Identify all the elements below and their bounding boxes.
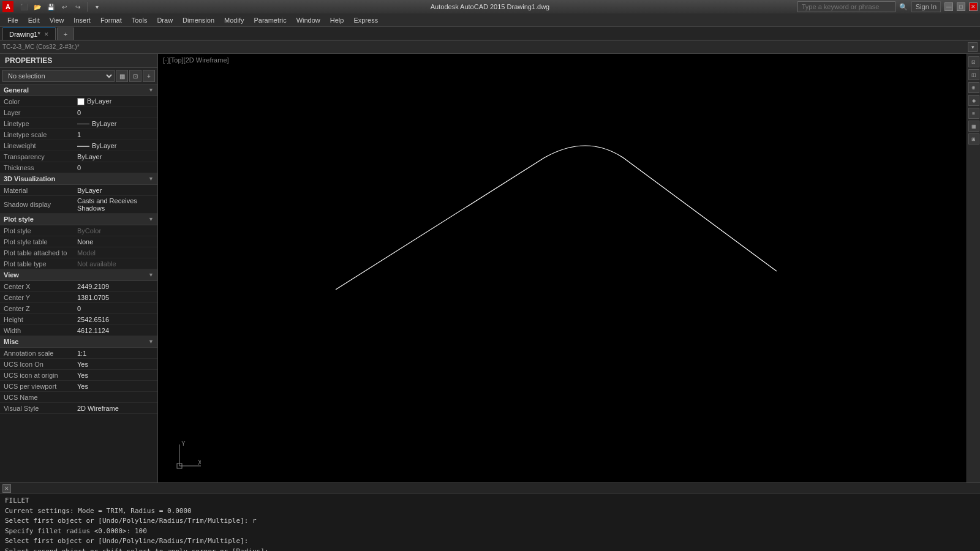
- select-objects-btn[interactable]: ⊡: [129, 70, 141, 82]
- prop-plot-style-table: Plot style table None: [0, 236, 157, 247]
- tab-bar: Drawing1* ✕ +: [0, 27, 980, 40]
- app-logo: A: [2, 1, 13, 12]
- command-line-6: Select second object or shift-select to …: [5, 547, 975, 552]
- prop-plot-table-type: Plot table type Not available: [0, 258, 157, 269]
- command-output: FILLET Current settings: Mode = TRIM, Ra…: [0, 494, 980, 551]
- search-input[interactable]: [797, 1, 895, 12]
- minimize-btn[interactable]: —: [944, 2, 953, 11]
- ribbon-label: TC-2-3_MC (Cos32_2-#3r.)*: [2, 43, 80, 50]
- prop-thickness: Thickness 0: [0, 162, 157, 173]
- quick-access-btn[interactable]: ⬛: [18, 1, 29, 12]
- section-plot-style-arrow: ▼: [148, 216, 154, 222]
- menu-modify[interactable]: Modify: [219, 15, 249, 25]
- tab-new[interactable]: +: [57, 28, 74, 40]
- window-title: Autodesk AutoCAD 2015 Drawing1.dwg: [431, 3, 549, 10]
- section-view[interactable]: View ▼: [0, 269, 157, 281]
- command-line-2: Current settings: Mode = TRIM, Radius = …: [5, 506, 975, 517]
- prop-ucs-per-viewport: UCS per viewport Yes: [0, 381, 157, 392]
- prop-ucs-name: UCS Name: [0, 392, 157, 403]
- prop-center-x: Center X 2449.2109: [0, 281, 157, 292]
- titlebar-right: 🔍 Sign In — □ ✕: [797, 1, 978, 12]
- viewport-header: [-][Top][2D Wireframe]: [163, 56, 229, 64]
- section-misc[interactable]: Misc ▼: [0, 336, 157, 348]
- menu-view[interactable]: View: [45, 15, 69, 25]
- tab-close-icon[interactable]: ✕: [44, 31, 49, 37]
- right-tool-panel: ⊡ ◫ ⊕ ◈ ≡ ▦ ⊞: [967, 54, 980, 482]
- menu-insert[interactable]: Insert: [69, 15, 96, 25]
- right-tool-3[interactable]: ⊕: [968, 82, 979, 93]
- menu-express[interactable]: Express: [349, 15, 383, 25]
- right-tool-1[interactable]: ⊡: [968, 56, 979, 67]
- properties-panel: PROPERTIES No selection ▦ ⊡ + General ▼ …: [0, 54, 158, 482]
- right-tool-4[interactable]: ◈: [968, 95, 979, 106]
- prop-plot-style: Plot style ByColor: [0, 225, 157, 236]
- prop-annotation-scale: Annotation scale 1:1: [0, 348, 157, 359]
- ribbon-bar: TC-2-3_MC (Cos32_2-#3r.)* ▾: [0, 40, 980, 54]
- section-general[interactable]: General ▼: [0, 84, 157, 96]
- save-btn[interactable]: 💾: [45, 1, 56, 12]
- prop-width: Width 4612.1124: [0, 325, 157, 336]
- quick-access-btn2[interactable]: 📂: [32, 1, 43, 12]
- section-view-arrow: ▼: [148, 272, 154, 278]
- tab-label: Drawing1*: [9, 31, 40, 38]
- tab-new-icon: +: [64, 31, 67, 38]
- section-3d-viz-arrow: ▼: [148, 176, 154, 182]
- selection-dropdown[interactable]: No selection: [2, 70, 115, 82]
- right-tool-6[interactable]: ▦: [968, 121, 979, 132]
- prop-color: Color ByLayer: [0, 96, 157, 107]
- prop-plot-table-attached: Plot table attached to Model: [0, 247, 157, 258]
- command-area: ✕ FILLET Current settings: Mode = TRIM, …: [0, 482, 980, 551]
- menu-dimension[interactable]: Dimension: [178, 15, 219, 25]
- prop-linetype-scale: Linetype scale 1: [0, 129, 157, 140]
- prop-center-z: Center Z 0: [0, 303, 157, 314]
- command-close-btn[interactable]: ✕: [2, 484, 11, 493]
- menu-tools[interactable]: Tools: [127, 15, 153, 25]
- section-misc-label: Misc: [4, 338, 18, 345]
- prop-transparency: Transparency ByLayer: [0, 151, 157, 162]
- right-tool-7[interactable]: ⊞: [968, 133, 979, 144]
- quick-select-btn[interactable]: ▦: [116, 70, 128, 82]
- section-3d-viz[interactable]: 3D Visualization ▼: [0, 173, 157, 185]
- menu-file[interactable]: File: [2, 15, 23, 25]
- sign-in-btn[interactable]: Sign In: [911, 1, 941, 12]
- svg-text:X: X: [198, 459, 201, 466]
- prop-visual-style: Visual Style 2D Wireframe: [0, 403, 157, 414]
- menu-format[interactable]: Format: [96, 15, 127, 25]
- toggle-pickadd-btn[interactable]: +: [143, 70, 155, 82]
- more-tools-btn[interactable]: ▾: [91, 1, 102, 12]
- menu-parametric[interactable]: Parametric: [249, 15, 291, 25]
- section-plot-style-label: Plot style: [4, 216, 34, 223]
- section-misc-arrow: ▼: [148, 339, 154, 345]
- properties-title: PROPERTIES: [0, 54, 157, 68]
- prop-lineweight: Lineweight ByLayer: [0, 140, 157, 151]
- command-line-1: FILLET: [5, 496, 975, 506]
- right-tool-5[interactable]: ≡: [968, 108, 979, 119]
- menu-window[interactable]: Window: [292, 15, 325, 25]
- undo-btn[interactable]: ↩: [59, 1, 70, 12]
- maximize-btn[interactable]: □: [957, 2, 965, 11]
- redo-btn[interactable]: ↪: [72, 1, 83, 12]
- prop-layer: Layer 0: [0, 107, 157, 118]
- prop-ucs-icon-on: UCS Icon On Yes: [0, 359, 157, 370]
- tab-drawing1[interactable]: Drawing1* ✕: [2, 28, 56, 40]
- viewport[interactable]: [-][Top][2D Wireframe] Y X: [158, 54, 967, 482]
- menu-edit[interactable]: Edit: [23, 15, 45, 25]
- command-line-4: Specify fillet radius <0.0000>: 100: [5, 527, 975, 537]
- color-swatch: [77, 98, 85, 105]
- ribbon-toggle-btn[interactable]: ▾: [968, 42, 978, 52]
- prop-material: Material ByLayer: [0, 185, 157, 196]
- prop-center-y: Center Y 1381.0705: [0, 292, 157, 303]
- titlebar-left: A ⬛ 📂 💾 ↩ ↪ ▾: [2, 1, 102, 12]
- close-btn[interactable]: ✕: [969, 2, 978, 11]
- command-line-5: Select first object or [Undo/Polyline/Ra…: [5, 536, 975, 547]
- menu-help[interactable]: Help: [325, 15, 349, 25]
- section-plot-style[interactable]: Plot style ▼: [0, 214, 157, 225]
- menu-draw[interactable]: Draw: [152, 15, 178, 25]
- right-tool-2[interactable]: ◫: [968, 69, 979, 80]
- prop-ucs-icon-at-origin: UCS icon at origin Yes: [0, 370, 157, 381]
- drawing-canvas: [158, 54, 967, 482]
- section-general-label: General: [4, 86, 29, 94]
- toolbar-sep: [87, 2, 88, 12]
- command-line-3: Select first object or [Undo/Polyline/Ra…: [5, 516, 975, 527]
- search-icon[interactable]: 🔍: [899, 3, 908, 11]
